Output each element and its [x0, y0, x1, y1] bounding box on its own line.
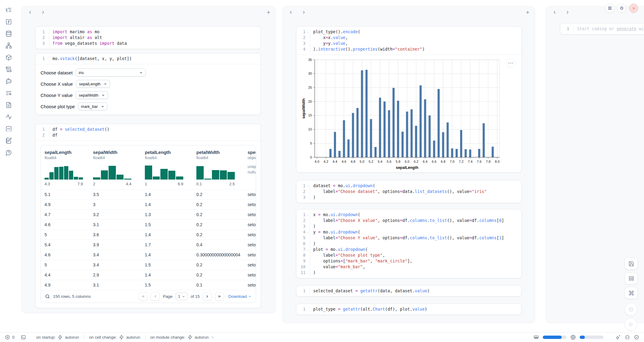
code-editor[interactable]: 1⌄dataset = mo.ui.dropdown(2 label="Choo…: [296, 180, 521, 203]
code-text[interactable]: import altair as alt: [49, 35, 261, 41]
cell-dataset-dropdown[interactable]: 1⌄dataset = mo.ui.dropdown(2 label="Choo…: [296, 180, 522, 203]
code-text[interactable]: plot_type().encode(: [310, 29, 521, 35]
tracing-icon[interactable]: [5, 113, 12, 120]
code-text[interactable]: df: [49, 132, 261, 138]
code-text[interactable]: y = mo.ui.dropdown(: [310, 229, 521, 235]
code-editor[interactable]: 1⌄x = mo.ui.dropdown(2 label="Choose X v…: [296, 209, 521, 278]
plot-type-select[interactable]: mark_bar: [78, 102, 107, 110]
fold-icon[interactable]: ⌄: [306, 29, 310, 35]
sparkles-icon[interactable]: [616, 335, 621, 340]
code-text[interactable]: mo.vstack([dataset, x, y, plot]): [49, 56, 261, 62]
on-module-change-setting[interactable]: on module change: autorun: [150, 335, 215, 340]
code-text[interactable]: plot = mo.ui.dropdown(: [310, 247, 521, 252]
code-text[interactable]: selected_dataset = getattr(data, dataset…: [310, 288, 521, 294]
connection-status-icon[interactable]: [634, 335, 639, 340]
column-next-button[interactable]: [302, 10, 306, 16]
code-text[interactable]: y=y.value,: [310, 41, 521, 46]
code-text[interactable]: ): [310, 223, 521, 229]
documentation-icon[interactable]: [5, 101, 12, 109]
cell-selected-dataset[interactable]: 1selected_dataset = getattr(data, datase…: [296, 285, 522, 297]
code-text[interactable]: plot_type = getattr(alt.Chart(df), plot.…: [310, 306, 521, 312]
column-header[interactable]: speciobjecuniqunulls:: [244, 150, 256, 186]
code-text[interactable]: Start coding or generate with AI: [574, 26, 644, 32]
y-select[interactable]: sepalWidth: [76, 91, 108, 99]
x-select[interactable]: sepalLength: [76, 80, 110, 88]
copilot-icon[interactable]: [625, 335, 630, 340]
on-startup-setting[interactable]: on startup: autorun: [36, 335, 79, 340]
help-icon[interactable]: [5, 149, 12, 156]
code-editor[interactable]: 1⌄plot_type().encode(2 x=x.value,3 y=y.v…: [296, 27, 521, 55]
first-page-button[interactable]: [138, 292, 148, 301]
cell-imports[interactable]: 1import marimo as mo2import altair as al…: [35, 26, 261, 49]
page-select[interactable]: 1: [176, 293, 188, 300]
fold-icon[interactable]: ⌄: [306, 183, 310, 189]
code-text[interactable]: import marimo as mo: [49, 29, 261, 35]
snippets-icon[interactable]: [5, 125, 12, 132]
code-text[interactable]: df = selected_dataset(): [49, 126, 261, 132]
dataset-select[interactable]: iris: [76, 69, 146, 77]
cell-plot-type[interactable]: 1plot_type = getattr(alt.Chart(df), plot…: [296, 304, 522, 315]
code-text[interactable]: dataset = mo.ui.dropdown(: [310, 183, 521, 189]
code-text[interactable]: from vega_datasets import data: [49, 41, 261, 46]
code-text[interactable]: ).interactive().properties(width="contai…: [310, 46, 521, 52]
fold-icon[interactable]: ⌄: [306, 229, 310, 235]
fold-icon[interactable]: ⌄: [306, 247, 310, 252]
list-search-icon[interactable]: [5, 89, 12, 97]
search-icon[interactable]: [45, 294, 50, 299]
next-page-button[interactable]: [203, 292, 212, 301]
code-text[interactable]: label="Choose dataset", options=data.lis…: [310, 189, 521, 194]
code-text[interactable]: x=x.value,: [310, 35, 521, 41]
file-tree-icon[interactable]: [5, 6, 12, 13]
code-editor[interactable]: 1df = selected_dataset()2df: [36, 124, 261, 141]
code-editor[interactable]: 1selected_dataset = getattr(data, datase…: [296, 286, 521, 296]
column-header[interactable]: petalLengthfloat6416.9: [141, 150, 193, 186]
column-prev-button[interactable]: [28, 10, 32, 16]
column-header[interactable]: petalWidthfloat640.12.5: [193, 150, 244, 186]
cell-new-empty[interactable]: 1Start coding or generate with AI: [560, 23, 644, 34]
download-button[interactable]: Download: [228, 294, 252, 299]
code-text[interactable]: ): [310, 194, 521, 200]
settings-gear-button[interactable]: ⚙: [617, 4, 626, 13]
stop-button[interactable]: [624, 303, 637, 316]
logs-icon[interactable]: [5, 66, 12, 73]
column-next-button[interactable]: [565, 10, 570, 16]
code-editor[interactable]: 1mo.vstack([dataset, x, y, plot]): [36, 53, 261, 64]
code-text[interactable]: ): [310, 270, 521, 276]
command-palette-button[interactable]: [624, 287, 638, 299]
column-prev-button[interactable]: [552, 10, 557, 16]
column-header[interactable]: sepalWidthfloat6424.4: [89, 150, 141, 186]
altair-chart[interactable]: 4.04.24.44.64.85.05.25.45.65.86.06.26.46…: [296, 55, 521, 172]
column-header[interactable]: sepalLengthfloat644.37.9: [41, 150, 89, 186]
fold-icon[interactable]: ⌄: [306, 212, 310, 218]
code-text[interactable]: x = mo.ui.dropdown(: [310, 212, 521, 218]
code-text[interactable]: ): [310, 241, 521, 247]
code-editor[interactable]: 1plot_type = getattr(alt.Chart(df), plot…: [296, 304, 521, 315]
chart-actions-button[interactable]: [506, 59, 515, 68]
layout-button[interactable]: [624, 272, 638, 284]
code-text[interactable]: label="Choose plot type",: [310, 252, 521, 258]
code-text[interactable]: options=["mark_bar", "mark_circle"],: [310, 258, 521, 264]
code-text[interactable]: value="mark_bar",: [310, 264, 521, 270]
terminal-button[interactable]: [21, 335, 26, 340]
errors-indicator[interactable]: 0: [5, 335, 15, 340]
code-text[interactable]: label="Choose Y value", options=df.colum…: [310, 235, 521, 241]
function-square-icon[interactable]: [5, 18, 12, 25]
prev-page-button[interactable]: [151, 292, 160, 301]
run-all-button[interactable]: [624, 318, 637, 331]
save-button[interactable]: [624, 258, 638, 270]
add-cell-button[interactable]: [266, 10, 271, 16]
cell-dataframe[interactable]: 1df = selected_dataset()2df sepalLengthf…: [35, 124, 261, 308]
ai-chat-icon[interactable]: [5, 77, 12, 85]
code-editor[interactable]: 1import marimo as mo2import altair as al…: [36, 27, 261, 49]
cell-plot[interactable]: 1⌄plot_type().encode(2 x=x.value,3 y=y.v…: [296, 26, 522, 173]
cell-xy-plot-dropdowns[interactable]: 1⌄x = mo.ui.dropdown(2 label="Choose X v…: [296, 209, 522, 278]
add-cell-button[interactable]: [525, 10, 530, 16]
cell-vstack[interactable]: 1mo.vstack([dataset, x, y, plot]) Choose…: [35, 53, 261, 115]
dependency-graph-icon[interactable]: [5, 42, 12, 49]
bar-chart[interactable]: 4.04.24.44.64.85.05.25.45.65.86.06.26.46…: [301, 57, 508, 172]
scratchpad-icon[interactable]: [5, 137, 12, 144]
last-page-button[interactable]: [215, 292, 224, 301]
on-cell-change-setting[interactable]: on cell change: autorun: [89, 335, 140, 340]
column-prev-button[interactable]: [288, 10, 293, 16]
datasets-icon[interactable]: [5, 30, 12, 37]
